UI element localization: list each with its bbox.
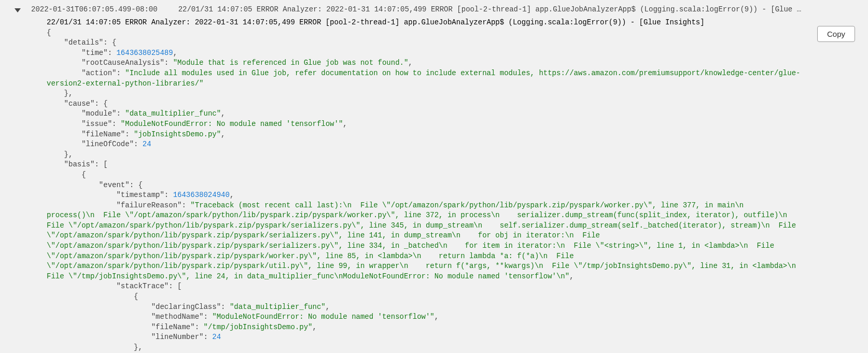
cause-lineofcode: 24: [143, 140, 151, 148]
event-timestamp: 1643638024940: [173, 191, 230, 199]
log-summary-text: 22/01/31 14:07:05 ERROR Analyzer: 2022-0…: [178, 5, 858, 13]
stacktrace-filename: /tmp/jobInsightsDemo.py: [208, 323, 308, 331]
log-entry: 2022-01-31T06:07:05.499-08:00 22/01/31 1…: [0, 0, 868, 353]
expand-toggle-icon[interactable]: [15, 8, 21, 12]
details-rootcause: Module that is referenced in Glue job wa…: [177, 59, 404, 67]
log-detail-body: 22/01/31 14:07:05 ERROR Analyzer: 2022-0…: [47, 18, 806, 353]
detail-header-line: 22/01/31 14:07:05 ERROR Analyzer: 2022-0…: [47, 18, 705, 26]
event-failurereason: Traceback (most recent call last):\n Fil…: [47, 201, 805, 280]
details-action: Include all modules used in Glue job, re…: [47, 69, 800, 88]
log-timestamp: 2022-01-31T06:07:05.499-08:00: [31, 5, 158, 13]
copy-button[interactable]: Copy: [817, 26, 855, 42]
stacktrace-linenumber: 24: [212, 333, 221, 341]
details-time: 1643638025489: [116, 49, 173, 57]
cause-issue: ModuleNotFoundError: No module named 'te…: [125, 120, 339, 128]
cause-filename: jobInsightsDemo.py: [138, 130, 216, 138]
stacktrace-methodname: ModuleNotFoundError: No module named 'te…: [217, 313, 430, 321]
log-summary-row[interactable]: 2022-01-31T06:07:05.499-08:00 22/01/31 1…: [5, 5, 858, 13]
stacktrace-declaringclass: data_multiplier_func: [234, 303, 321, 311]
cause-module: data_multiplier_func: [130, 109, 217, 118]
